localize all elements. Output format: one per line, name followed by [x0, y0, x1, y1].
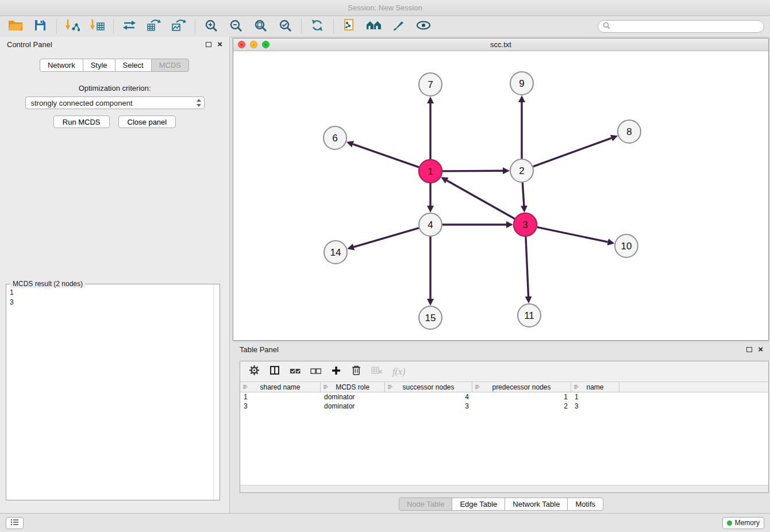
toolbar-separator — [301, 19, 302, 34]
refresh-button[interactable] — [307, 18, 327, 35]
home-view-button[interactable] — [364, 18, 384, 35]
run-mcds-button[interactable]: Run MCDS — [53, 115, 110, 128]
edge-4-14[interactable] — [354, 228, 419, 247]
tab-mcds[interactable]: MCDS — [151, 59, 189, 72]
close-panel-icon[interactable]: × — [217, 41, 222, 47]
zoom-fit-button[interactable] — [251, 18, 270, 35]
edge-2-8[interactable] — [533, 138, 611, 167]
edge-1-2[interactable] — [442, 171, 503, 171]
zoom-selected-button[interactable] — [275, 18, 295, 35]
tab-network[interactable]: Network — [40, 59, 83, 72]
column-header-MCDS-role[interactable]: MCDS role — [321, 382, 385, 392]
trash-icon — [351, 365, 361, 378]
column-header-successor-nodes[interactable]: successor nodes — [385, 382, 472, 392]
close-table-panel-icon[interactable]: × — [758, 346, 763, 352]
float-panel-icon[interactable] — [206, 42, 211, 47]
close-panel-button[interactable]: Close panel — [118, 115, 176, 128]
tab-edge-table[interactable]: Edge Table — [452, 498, 505, 511]
mcds-result-box: MCDS result (2 nodes) 13 — [6, 284, 220, 500]
column-label: predecessor nodes — [492, 383, 550, 391]
edge-3-10[interactable] — [537, 227, 608, 242]
add-column-button[interactable] — [331, 365, 341, 378]
apply-style-button[interactable] — [389, 18, 409, 35]
result-scrollbar[interactable] — [213, 284, 220, 500]
save-session-button[interactable] — [30, 18, 50, 35]
node-label: 6 — [332, 133, 337, 144]
edge-3-1[interactable] — [447, 180, 515, 218]
table-cell: 2 — [472, 402, 571, 410]
graph-node-3[interactable]: 3 — [514, 213, 537, 236]
column-header-name[interactable]: name — [571, 382, 619, 392]
graph-node-7[interactable]: 7 — [419, 73, 442, 96]
network-graph[interactable]: 7968124314101511 — [233, 51, 768, 341]
graph-node-14[interactable]: 14 — [324, 241, 347, 264]
zoom-in-button[interactable] — [201, 18, 221, 35]
sort-icon — [573, 384, 580, 390]
graph-node-6[interactable]: 6 — [324, 126, 346, 149]
unchecked-boxes-icon — [310, 367, 321, 377]
deselect-all-rows-button[interactable] — [310, 367, 321, 377]
network-window-titlebar[interactable]: × − + scc.txt — [233, 38, 768, 51]
function-builder-button[interactable]: f(x) — [392, 367, 405, 377]
copy-network-button[interactable] — [340, 18, 359, 35]
window-titlebar[interactable]: Session: New Session — [0, 0, 770, 16]
show-view-button[interactable] — [414, 18, 433, 35]
horizontal-scrollbar[interactable] — [240, 485, 768, 492]
table-toolbar: f(x) — [240, 361, 768, 382]
graph-node-1[interactable]: 1 — [419, 160, 442, 183]
tab-style[interactable]: Style — [83, 59, 116, 72]
zoom-out-button[interactable] — [226, 18, 245, 35]
delete-column-button[interactable] — [351, 365, 361, 378]
search-box[interactable] — [598, 20, 764, 33]
float-table-panel-icon[interactable] — [746, 347, 752, 352]
table-panel: Table Panel × — [233, 343, 770, 513]
columns-icon — [270, 365, 280, 377]
network-share-button[interactable] — [120, 18, 139, 35]
search-input[interactable] — [613, 22, 759, 30]
graph-node-15[interactable]: 15 — [419, 306, 442, 329]
edge-1-6[interactable] — [353, 144, 419, 167]
optimization-label: Optimization criterion: — [0, 84, 229, 92]
node-label: 15 — [425, 313, 436, 323]
task-list-button[interactable] — [6, 517, 24, 529]
table-cell: 1 — [240, 393, 321, 401]
mcds-result-list[interactable]: 13 — [6, 284, 220, 311]
column-header-shared-name[interactable]: shared name — [240, 382, 321, 392]
tab-node-table[interactable]: Node Table — [399, 498, 453, 511]
minimize-window-button[interactable]: − — [250, 41, 257, 48]
sort-icon — [323, 384, 329, 390]
graph-node-8[interactable]: 8 — [618, 120, 641, 143]
table-panel-tabs: Node TableEdge TableNetwork TableMotifs — [233, 498, 770, 511]
edge-2-3[interactable] — [522, 183, 524, 206]
delete-table-button[interactable] — [371, 366, 383, 377]
column-header-predecessor-nodes[interactable]: predecessor nodes — [472, 382, 571, 392]
tab-motifs[interactable]: Motifs — [567, 498, 603, 511]
table-row[interactable]: 1dominator411 — [240, 392, 768, 402]
tab-network-table[interactable]: Network Table — [505, 498, 568, 511]
tab-select[interactable]: Select — [115, 59, 152, 72]
show-columns-button[interactable] — [270, 365, 280, 377]
graph-node-4[interactable]: 4 — [419, 213, 442, 236]
optimization-dropdown[interactable]: strongly connected component — [25, 97, 205, 109]
open-session-button[interactable] — [6, 18, 25, 35]
memory-button[interactable]: Memory — [722, 517, 764, 529]
node-label: 4 — [428, 219, 433, 230]
import-network-button[interactable] — [63, 18, 82, 35]
maximize-window-button[interactable]: + — [262, 41, 270, 48]
document-network-icon — [342, 18, 356, 34]
network-image-button[interactable] — [169, 18, 188, 35]
edge-3-11[interactable] — [526, 237, 529, 296]
node-label: 7 — [428, 79, 433, 90]
graph-node-11[interactable]: 11 — [518, 304, 541, 327]
close-window-button[interactable]: × — [238, 41, 245, 48]
table-row[interactable]: 3dominator323 — [240, 402, 768, 411]
network-canvas[interactable]: 7968124314101511 — [233, 51, 768, 340]
select-all-rows-button[interactable] — [290, 367, 301, 377]
graph-node-2[interactable]: 2 — [510, 159, 533, 182]
import-table-icon — [90, 18, 105, 34]
import-table-button[interactable] — [87, 18, 107, 35]
graph-node-10[interactable]: 10 — [615, 234, 638, 257]
graph-node-9[interactable]: 9 — [510, 72, 533, 95]
network-table-button[interactable] — [144, 18, 164, 35]
table-settings-button[interactable] — [249, 365, 260, 378]
